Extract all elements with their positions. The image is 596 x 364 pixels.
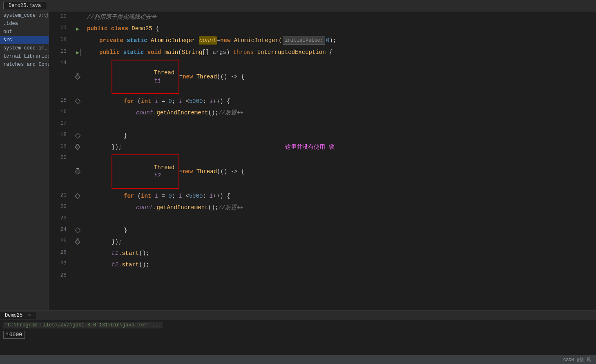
- code-line-15: 15 for ( int i = 0 ; i < 5000 ;: [49, 96, 596, 107]
- paren-16: ();: [208, 109, 218, 117]
- sidebar-item-idea[interactable]: .idea: [0, 20, 49, 28]
- line-number-19: 19: [49, 141, 71, 153]
- eq-20: =: [179, 167, 183, 176]
- num-0-21: 0: [168, 192, 172, 200]
- code-container: 10 //利用原子类实现线程安全 11 ▶ public class Demo2…: [49, 11, 596, 310]
- var-i-21c: i: [210, 192, 213, 200]
- method-getAndIncrement-16: .getAndIncrement: [153, 109, 208, 117]
- code-line-26: 26 t1 .start ();: [49, 248, 596, 259]
- bottom-panel: Demo25 × "C:\Program Files\Java\jdk1.8.0…: [0, 310, 596, 355]
- var-i-21: i: [155, 192, 158, 200]
- lt-5000-15: <: [182, 97, 189, 105]
- paren-20: (() -> {: [217, 167, 244, 176]
- method-getAndIncrement-22: .getAndIncrement: [153, 203, 208, 212]
- var-count: count: [199, 36, 217, 45]
- diamond-18: [75, 133, 80, 138]
- bottom-tab-label: Demo25: [5, 313, 22, 318]
- kw-int-21: int: [141, 192, 155, 200]
- kw-throws: throws: [233, 48, 257, 56]
- paren-for-15: (: [138, 97, 141, 105]
- gutter-27: [71, 259, 84, 270]
- console-output: "C:\Program Files\Java\jdk1.8.0_131\bin\…: [0, 320, 596, 355]
- gutter-24: [71, 225, 84, 236]
- close-icon[interactable]: ×: [28, 313, 31, 318]
- lt-5000-21: <: [182, 192, 189, 200]
- tab-label: Demo25.java: [9, 3, 41, 9]
- paren-26: ();: [139, 249, 149, 257]
- line-number-26: 26: [49, 248, 71, 259]
- bottom-tab-demo25[interactable]: Demo25 ×: [0, 312, 36, 319]
- thread2-box: Thread t2: [112, 154, 179, 189]
- kw-int-15: int: [141, 97, 155, 105]
- code-line-17: 17: [49, 118, 596, 130]
- code-line-12: 12 private static AtomicInteger count = …: [49, 34, 596, 47]
- sidebar-item-src[interactable]: src: [0, 36, 49, 44]
- sidebar-item-out[interactable]: out: [0, 28, 49, 36]
- sidebar-item-label: .idea: [3, 21, 18, 27]
- gutter-11: ▶: [71, 23, 84, 34]
- status-bar: CSDN @登 风: [0, 355, 596, 364]
- gutter-20: −: [71, 153, 84, 190]
- diamond-15: [75, 98, 80, 104]
- gutter-22: [71, 202, 84, 213]
- line-number-15: 15: [49, 96, 71, 107]
- keyword-class: class: [111, 25, 132, 33]
- kw-public-13: public: [99, 48, 123, 56]
- code-line-18: 18 }: [49, 130, 596, 141]
- gutter-21: [71, 190, 84, 202]
- num-5000-15: 5000: [189, 97, 203, 105]
- sidebar-item-label: ternal Libraries: [3, 54, 49, 59]
- code-content-14: Thread t1 = new Thread (() -> {: [84, 58, 596, 96]
- kw-new-14: new: [183, 73, 196, 81]
- code-content-20: Thread t2 = new Thread (() -> {: [84, 153, 596, 190]
- code-content-18: }: [84, 130, 596, 141]
- code-comment-10: //利用原子类实现线程安全: [87, 13, 157, 21]
- paren-13: (: [178, 48, 181, 56]
- kw-new-20: new: [183, 167, 196, 176]
- gutter-26: [71, 248, 84, 259]
- type-thread1b: Thread: [196, 73, 217, 81]
- brace-open: {: [156, 25, 159, 33]
- hint-initialvalue: initialValue:: [283, 36, 325, 45]
- var-i-21b: i: [179, 192, 182, 200]
- console-command-line: "C:\Program Files\Java\jdk1.8.0_131\bin\…: [3, 322, 593, 328]
- incr-15: ;: [203, 97, 210, 105]
- sidebar-item-system-code[interactable]: system_code D:\jonbhe: [0, 11, 49, 20]
- semi-21: ;: [172, 192, 179, 200]
- code-content-26: t1 .start ();: [84, 248, 596, 259]
- code-line-11: 11 ▶ public class Demo25 {: [49, 23, 596, 34]
- bottom-tabs: Demo25 ×: [0, 310, 596, 320]
- keyword-public: public: [87, 25, 111, 33]
- method-main: main: [165, 48, 179, 56]
- type-string: String: [182, 48, 202, 56]
- diamond-13: [80, 49, 81, 56]
- code-line-14: 14 − Thread t1 = new Thread (() -> {: [49, 58, 596, 96]
- var-t2-27: t2: [112, 261, 118, 269]
- top-bar: Demo25.java: [0, 0, 596, 11]
- semi-15: ;: [172, 97, 179, 105]
- diamond-minus-25: −: [75, 239, 80, 245]
- var-i-15b: i: [179, 97, 182, 105]
- sidebar-item-label: ratches and Consoles: [3, 62, 49, 67]
- sidebar-item-libraries[interactable]: ternal Libraries: [0, 52, 49, 60]
- sidebar-item-label: src: [3, 37, 12, 43]
- code-line-21: 21 for ( int i = 0 ; i < 5000 ;: [49, 190, 596, 202]
- type-thread2: Thread: [154, 164, 178, 171]
- gutter-10: [71, 11, 84, 23]
- classname-demo25: Demo25: [132, 25, 156, 33]
- code-content-15: for ( int i = 0 ; i < 5000 ; i ++) {: [84, 96, 596, 107]
- sidebar-item-iml[interactable]: system_code.iml: [0, 44, 49, 52]
- gutter-14: −: [71, 58, 84, 96]
- run-arrow-13[interactable]: ▶: [76, 49, 79, 56]
- var-t1-26: t1: [112, 249, 118, 257]
- run-arrow-11[interactable]: ▶: [76, 25, 79, 32]
- code-content-22: count .getAndIncrement (); //后置++: [84, 202, 596, 213]
- editor-area[interactable]: 10 //利用原子类实现线程安全 11 ▶ public class Demo2…: [49, 11, 596, 310]
- gutter-12: [71, 34, 84, 47]
- code-content-16: count .getAndIncrement (); //后置++: [84, 107, 596, 118]
- sidebar-item-consoles[interactable]: ratches and Consoles: [0, 60, 49, 69]
- paren-22: ();: [208, 203, 218, 212]
- paren-for-21: (: [138, 192, 141, 200]
- file-tab[interactable]: Demo25.java: [3, 2, 46, 9]
- sidebar: system_code D:\jonbhe .idea out src syst…: [0, 11, 49, 310]
